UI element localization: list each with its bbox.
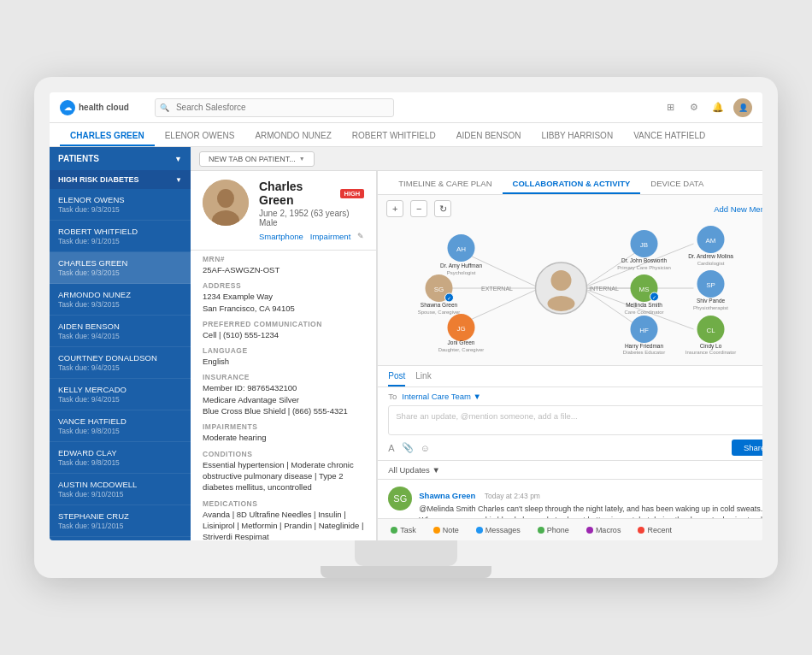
list-item[interactable]: EDWARD CLAY Task due: 9/8/2015	[50, 442, 191, 474]
emoji-icon[interactable]: ☺	[421, 443, 430, 453]
svg-text:Dr. Amy Huffman: Dr. Amy Huffman	[440, 263, 482, 269]
list-item-charles-green[interactable]: CHARLES GREEN Task due: 9/3/2015	[50, 252, 191, 284]
task-button[interactable]: Task	[385, 524, 422, 536]
patient-task: Task due: 9/4/2015	[58, 363, 182, 372]
tab-aiden-benson[interactable]: AIDEN BENSON	[446, 127, 532, 146]
list-item[interactable]: LIBBY HARRISON Task due: 9/11/2015	[50, 537, 191, 540]
messages-button[interactable]: Messages	[470, 524, 527, 536]
smartphone-link[interactable]: Smartphone	[259, 232, 303, 241]
recent-button[interactable]: Recent	[632, 524, 678, 536]
detail-medications: MEDICATIONS Avanda | 8D Ultrafine Needle…	[203, 499, 364, 540]
search-input[interactable]	[155, 98, 394, 117]
gear-icon[interactable]: ⚙	[685, 99, 703, 116]
add-member-button[interactable]: Add New Member	[714, 204, 762, 214]
new-tab-label: NEW TAB ON PATIENT...	[209, 155, 296, 163]
list-item[interactable]: COURTNEY DONALDSON Task due: 9/4/2015	[50, 347, 191, 379]
grid-icon[interactable]: ⊞	[662, 99, 679, 116]
feed-author[interactable]: Shawna Green	[419, 491, 475, 500]
patient-name: KELLY MERCADO	[58, 385, 182, 394]
post-input[interactable]: Share an update, @mention someone, add a…	[388, 405, 762, 435]
detail-preferred-comm: PREFERRED COMMUNICATION Cell | (510) 555…	[203, 320, 364, 340]
post-tab[interactable]: Post	[388, 371, 405, 387]
svg-text:Daughter, Caregiver: Daughter, Caregiver	[438, 347, 485, 352]
zoom-out-button[interactable]: −	[410, 200, 427, 217]
list-item[interactable]: ARMONDO NUNEZ Task due: 9/3/2015	[50, 284, 191, 316]
refresh-button[interactable]: ↻	[434, 200, 451, 217]
bell-icon[interactable]: 🔔	[709, 99, 727, 116]
svg-text:Harry Friedman: Harry Friedman	[625, 343, 664, 350]
action-bar: NEW TAB ON PATIENT... ▼	[191, 147, 762, 171]
list-item[interactable]: ROBERT WHITFIELD Task due: 9/1/2015	[50, 221, 191, 252]
svg-point-1	[217, 189, 234, 208]
tab-armondo-nunez[interactable]: ARMONDO NUNEZ	[244, 127, 341, 146]
tab-vance-hatfield[interactable]: VANCE HATFIELD	[623, 127, 715, 146]
detail-impairments: IMPAIRMENTS Moderate hearing	[203, 422, 364, 443]
mrn-value: 25AF-ASWGZN-OST	[203, 264, 364, 275]
language-value: English	[203, 356, 364, 367]
svg-text:Shiv Pande: Shiv Pande	[697, 298, 726, 304]
impairment-link[interactable]: Impairment	[310, 232, 351, 241]
bottom-toolbar: Task Note Messages Phone	[378, 518, 762, 540]
conditions-label: CONDITIONS	[203, 450, 364, 458]
macros-button[interactable]: Macros	[580, 524, 627, 536]
list-item[interactable]: VANCE HATFIELD Task due: 9/8/2015	[50, 410, 191, 442]
insurance-label: INSURANCE	[203, 373, 364, 381]
feed-text: @Melinda Smith Charles can't sleep throu…	[419, 504, 762, 518]
svg-point-14	[548, 296, 575, 311]
logo: ☁ health cloud	[60, 100, 129, 115]
tab-elenor-owens[interactable]: ELENOR OWENS	[155, 127, 245, 146]
list-item[interactable]: ELENOR OWENS Task due: 9/3/2015	[50, 189, 191, 221]
patient-name: COURTNEY DONALDSON	[58, 353, 182, 363]
list-item[interactable]: AUSTIN MCDOWELL Task due: 9/10/2015	[50, 474, 191, 505]
new-tab-button[interactable]: NEW TAB ON PATIENT... ▼	[199, 151, 315, 167]
patient-links: Smartphone Impairment ✎	[259, 232, 364, 241]
tab-charles-green[interactable]: CHARLES GREEN	[60, 127, 155, 146]
list-item[interactable]: STEPHANIE CRUZ Task due: 9/11/2015	[50, 505, 191, 537]
preferred-comm-label: PREFERRED COMMUNICATION	[203, 320, 364, 328]
feed-avatar: SG	[388, 487, 412, 510]
svg-text:SP: SP	[706, 281, 715, 289]
tab-timeline[interactable]: TIMELINE & CARE PLAN	[388, 174, 502, 194]
attachment-icon[interactable]: 📎	[402, 442, 414, 453]
filter-label: HIGH RISK DIABETES	[58, 175, 139, 184]
svg-text:Joni Green: Joni Green	[448, 339, 475, 345]
svg-text:Psychologist: Psychologist	[447, 270, 476, 275]
svg-text:JB: JB	[640, 241, 648, 249]
note-button[interactable]: Note	[427, 524, 465, 536]
list-item[interactable]: AIDEN BENSON Task due: 9/4/2015	[50, 316, 191, 347]
filter-bar[interactable]: HIGH RISK DIABETES ▼	[50, 170, 191, 189]
patient-name: ARMONDO NUNEZ	[58, 290, 182, 299]
to-value[interactable]: Internal Care Team ▼	[402, 392, 481, 401]
phone-button[interactable]: Phone	[532, 524, 575, 536]
tab-robert-whitfield[interactable]: ROBERT WHITFIELD	[342, 127, 446, 146]
zoom-in-button[interactable]: +	[386, 200, 403, 217]
detail-language: LANGUAGE English	[203, 346, 364, 367]
impairments-value: Moderate hearing	[203, 432, 364, 443]
patient-profile: Charles Green HIGH June 2, 1952 (63 year…	[191, 171, 376, 251]
patient-task: Task due: 9/3/2015	[58, 300, 182, 309]
svg-text:Dr. John Bosworth: Dr. John Bosworth	[621, 257, 667, 263]
user-avatar[interactable]: 👤	[733, 98, 752, 117]
svg-line-5	[463, 288, 540, 323]
link-tab[interactable]: Link	[415, 371, 431, 387]
post-actions-row: A 📎 ☺ Share	[378, 435, 762, 460]
patient-task: Task due: 9/4/2015	[58, 395, 182, 404]
care-toolbar: + − ↻ Add New Member	[378, 195, 762, 222]
patient-list: ELENOR OWENS Task due: 9/3/2015 ROBERT W…	[50, 189, 191, 540]
patient-info-header: Charles Green HIGH June 2, 1952 (63 year…	[259, 180, 364, 241]
feed-area: Post Link To Internal Care Team ▼ Share …	[378, 366, 762, 518]
edit-icon[interactable]: ✎	[357, 232, 364, 241]
tab-device-data[interactable]: DEVICE DATA	[640, 174, 714, 194]
sidebar-arrow-icon[interactable]: ▼	[174, 155, 182, 163]
list-item[interactable]: KELLY MERCADO Task due: 9/4/2015	[50, 379, 191, 410]
all-updates-label[interactable]: All Updates ▼	[388, 465, 440, 475]
address-value: 1234 Example WaySan Francisco, CA 94105	[203, 291, 364, 314]
share-button[interactable]: Share	[732, 440, 762, 456]
tab-libby-harrison[interactable]: LIBBY HARRISON	[531, 127, 623, 146]
mrn-label: MRN#	[203, 255, 364, 263]
text-format-icon[interactable]: A	[388, 443, 394, 453]
patient-task: Task due: 9/1/2015	[58, 237, 182, 245]
patient-gender: Male	[259, 218, 364, 227]
left-panel: Charles Green HIGH June 2, 1952 (63 year…	[191, 171, 377, 540]
tab-collaboration[interactable]: COLLABORATION & ACTIVITY	[503, 174, 641, 194]
